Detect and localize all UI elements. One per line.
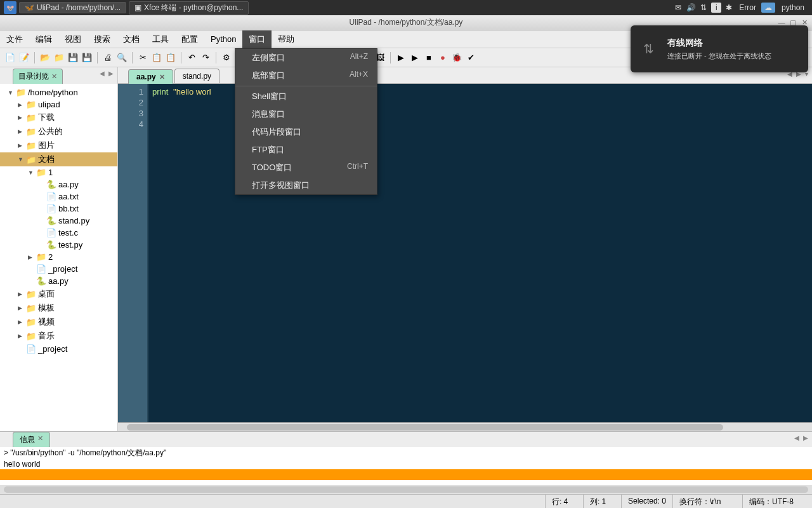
open-alt-icon[interactable]: 📁 — [53, 51, 65, 64]
debug-icon[interactable]: 🐞 — [450, 51, 463, 64]
tree-item[interactable]: 🐍aa.py — [0, 275, 117, 287]
menu-视图[interactable]: 视图 — [58, 30, 88, 48]
paste-icon[interactable]: 📋 — [164, 51, 177, 64]
tree-item[interactable]: 🐍stand.py — [0, 215, 117, 227]
txtfile-icon: 📄 — [46, 192, 57, 201]
taskbar-app-terminal[interactable]: ▣ Xfce 终端 - python@python... — [129, 1, 249, 15]
taskbar-label: Xfce 终端 - python@python... — [144, 3, 243, 13]
menu-item[interactable]: Shell窗口 — [235, 88, 377, 105]
system-panel: 🐭 🦋 UliPad - /home/python/... ▣ Xfce 终端 … — [0, 0, 812, 15]
menu-item[interactable]: 打开多视图窗口 — [235, 177, 377, 194]
tree-item[interactable]: ▼📁/home/python — [0, 86, 117, 98]
redo-icon[interactable]: ↷ — [199, 51, 212, 64]
tree-item[interactable]: ▶📁桌面 — [0, 287, 117, 301]
menu-item[interactable]: 消息窗口 — [235, 105, 377, 123]
tree-item[interactable]: 📄_project — [0, 263, 117, 275]
editor-tab[interactable]: aa.py✕ — [128, 69, 173, 84]
copy-icon[interactable]: 📋 — [150, 51, 163, 64]
menu-Python[interactable]: Python — [204, 31, 242, 47]
error-label[interactable]: Error — [737, 3, 759, 12]
ulipad-window: UliPad - /home/python/文档/aa.py — ▢ ✕ 文件编… — [0, 15, 812, 508]
check-icon[interactable]: ✔ — [464, 51, 477, 64]
new-file-icon[interactable]: 📄 — [4, 51, 16, 64]
menu-item[interactable]: FTP窗口 — [235, 141, 377, 159]
menu-帮助[interactable]: 帮助 — [272, 30, 301, 48]
menu-item[interactable]: 代码片段窗口 — [235, 123, 377, 141]
volume-icon[interactable]: 🔊 — [686, 3, 696, 13]
save-icon[interactable]: 💾 — [67, 51, 79, 64]
txtfile-icon: 📄 — [46, 228, 57, 237]
new-file-alt-icon[interactable]: 📝 — [18, 51, 30, 64]
tree-item[interactable]: ▶📁视频 — [0, 315, 117, 329]
config-icon[interactable]: ⚙ — [220, 51, 233, 64]
prev-icon[interactable]: ◀ — [794, 434, 799, 441]
tree-item[interactable]: ▶📁2 — [0, 251, 117, 263]
cut-icon[interactable]: ✂ — [136, 51, 149, 64]
print-preview-icon[interactable]: 🔍 — [115, 51, 128, 64]
folder-icon: 📁 — [25, 155, 37, 164]
weather-icon[interactable]: ☁ — [761, 3, 775, 13]
notification-body: 连接已断开 - 您现在处于离线状态 — [667, 51, 771, 61]
tree-item[interactable]: ▶📁公共的 — [0, 124, 117, 138]
menu-item[interactable]: 左侧窗口Alt+Z — [235, 49, 377, 67]
tree-item[interactable]: 📄bb.txt — [0, 203, 117, 215]
doc-icon[interactable]: ● — [436, 51, 449, 64]
run-icon[interactable]: ▶ — [395, 51, 407, 64]
prev-icon[interactable]: ◀ — [100, 70, 105, 77]
horizontal-scrollbar[interactable] — [0, 485, 812, 494]
network-icon[interactable]: ⇅ — [698, 3, 709, 13]
menu-窗口[interactable]: 窗口 — [242, 30, 272, 48]
menu-item[interactable]: 底部窗口Alt+X — [235, 67, 377, 84]
tree-item[interactable]: 🐍aa.py — [0, 178, 117, 190]
xfce-menu-icon[interactable]: 🐭 — [4, 1, 16, 14]
pyfile-icon: 🐍 — [46, 180, 57, 189]
bluetooth-icon[interactable]: ✱ — [724, 3, 734, 13]
tree-item[interactable]: ▼📁1 — [0, 166, 117, 178]
folder-icon: 📁 — [25, 304, 37, 313]
mail-icon[interactable]: ✉ — [673, 3, 683, 13]
tree-item[interactable]: ▼📁文档 — [0, 152, 117, 166]
menu-工具[interactable]: 工具 — [146, 30, 175, 48]
console-line: hello world — [0, 459, 812, 469]
code-editor[interactable]: 1234 print "hello worl — [118, 84, 812, 422]
menu-item[interactable]: TODO窗口Ctrl+T — [235, 159, 377, 177]
tree-item[interactable]: ▶📁ulipad — [0, 98, 117, 110]
next-icon[interactable]: ▶ — [108, 70, 114, 77]
close-icon[interactable]: ✕ — [37, 434, 43, 445]
print-icon[interactable]: 🖨 — [102, 51, 114, 64]
info-icon[interactable]: i — [711, 3, 721, 13]
tree-item[interactable]: 📄_project — [0, 343, 117, 355]
taskbar-app-ulipad[interactable]: 🦋 UliPad - /home/python/... — [19, 2, 126, 13]
info-tab[interactable]: 信息 ✕ — [13, 432, 50, 447]
sidebar-tab-directory[interactable]: 目录浏览 ✕ — [13, 69, 63, 84]
horizontal-scrollbar[interactable] — [118, 422, 812, 431]
tree-item[interactable]: ▶📁音乐 — [0, 329, 117, 343]
save-all-icon[interactable]: 💾 — [81, 51, 93, 64]
tree-item[interactable]: 📄test.c — [0, 227, 117, 239]
open-icon[interactable]: 📂 — [39, 51, 51, 64]
user-label[interactable]: python — [778, 3, 808, 12]
file-tree[interactable]: ▼📁/home/python▶📁ulipad▶📁下载▶📁公共的▶📁图片▼📁文档▼… — [0, 84, 117, 431]
console-output[interactable]: > "/usr/bin/python" -u "/home/python/文档/… — [0, 447, 812, 485]
console-cursor-line — [0, 469, 812, 480]
tree-item[interactable]: 🐍test.py — [0, 239, 117, 251]
tree-item[interactable]: 📄aa.txt — [0, 190, 117, 203]
network-notification[interactable]: ⇅ 有线网络 连接已断开 - 您现在处于离线状态 — [631, 25, 808, 72]
tree-item[interactable]: ▶📁图片 — [0, 138, 117, 152]
tree-item[interactable]: ▶📁模板 — [0, 301, 117, 315]
run-args-icon[interactable]: ▶ — [409, 51, 421, 64]
editor-tab[interactable]: stand.py — [174, 69, 219, 83]
undo-icon[interactable]: ↶ — [185, 51, 198, 64]
tree-item[interactable]: ▶📁下载 — [0, 110, 117, 124]
menu-编辑[interactable]: 编辑 — [29, 30, 58, 48]
stop-icon[interactable]: ■ — [422, 51, 435, 64]
pyfile-icon: 🐍 — [46, 216, 57, 225]
next-icon[interactable]: ▶ — [803, 434, 808, 441]
menu-搜索[interactable]: 搜索 — [88, 30, 117, 48]
menu-文件[interactable]: 文件 — [0, 30, 29, 48]
menu-配置[interactable]: 配置 — [175, 30, 204, 48]
close-icon[interactable]: ✕ — [51, 72, 57, 81]
menu-文档[interactable]: 文档 — [117, 30, 146, 48]
editor-area: aa.py✕stand.py ◀ ▶ ▾ 1234 print "hello w… — [118, 67, 812, 431]
close-icon[interactable]: ✕ — [159, 73, 165, 81]
